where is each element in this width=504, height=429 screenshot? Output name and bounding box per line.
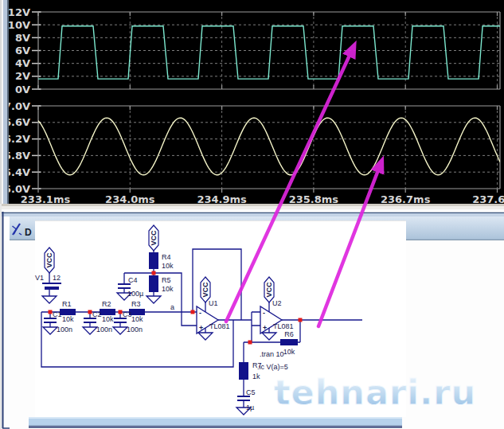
- y-axis-tick-label: 2V: [15, 70, 30, 82]
- svg-text:C3: C3: [123, 310, 132, 318]
- tran-directive[interactable]: .tran 10: [260, 350, 284, 358]
- scope-window-bottom-edge: [0, 204, 504, 206]
- svg-text:C4: C4: [128, 276, 138, 284]
- svg-text:10k: 10k: [162, 285, 174, 293]
- svg-text:1k: 1k: [252, 372, 260, 380]
- y-axis-tick-label: 6V: [15, 45, 30, 57]
- svg-text:VCC: VCC: [265, 282, 273, 298]
- sine-wave-trace: [38, 118, 500, 175]
- x-axis-tick-label: 233.1ms: [21, 193, 71, 204]
- svg-text:10k: 10k: [283, 348, 295, 356]
- y-axis-tick-label: 0V: [15, 84, 30, 96]
- schematic-window[interactable]: D: [0, 204, 504, 429]
- window-title-text: D: [25, 227, 32, 238]
- horizontal-scrollbar[interactable]: [29, 417, 402, 427]
- x-axis-tick-label: 234.9ms: [197, 193, 247, 204]
- svg-text:10k: 10k: [62, 315, 74, 323]
- svg-text:100n: 100n: [57, 326, 72, 333]
- x-axis-tick-label: 237.6ms: [472, 193, 504, 204]
- svg-text:TL081: TL081: [273, 322, 294, 330]
- svg-text:R4: R4: [162, 253, 171, 261]
- svg-text:U1: U1: [209, 299, 218, 307]
- svg-text:C2: C2: [92, 310, 102, 318]
- ic-directive[interactable]: .ic V(a)=5: [257, 363, 288, 371]
- screenshot-root: 12V 10V 8V 6V 4V 2V 0V 7.0V 6.6V 6.2V 5.…: [0, 0, 504, 429]
- x-axis-tick-label: 234.0ms: [105, 193, 155, 204]
- y-axis-tick-label: 12V: [8, 6, 30, 18]
- svg-text:R1: R1: [62, 300, 72, 308]
- svg-text:+: +: [199, 324, 203, 332]
- svg-text:100n: 100n: [127, 326, 143, 333]
- x-axis-tick-label: 235.8ms: [289, 193, 339, 204]
- svg-text:V1: V1: [35, 274, 44, 282]
- window-gap-strip2: [0, 209, 504, 213]
- svg-text:12: 12: [53, 274, 61, 282]
- svg-text:R5: R5: [162, 276, 171, 284]
- svg-text:100µ: 100µ: [127, 290, 143, 298]
- x-axis-tick-label: 236.7ms: [381, 193, 431, 204]
- svg-text:+: +: [263, 324, 267, 332]
- node-label-a: a: [170, 303, 174, 311]
- svg-text:VCC: VCC: [150, 230, 158, 246]
- svg-text:R6: R6: [284, 330, 294, 338]
- svg-text:VCC: VCC: [45, 252, 53, 268]
- svg-text:R3: R3: [131, 300, 141, 308]
- svg-text:-: -: [263, 309, 265, 317]
- y-axis-tick-label: 4V: [15, 57, 30, 69]
- watermark: tehnari.ru: [274, 372, 476, 412]
- outer-left-margin: [0, 204, 2, 429]
- svg-text:10k: 10k: [102, 315, 114, 323]
- svg-text:100n: 100n: [96, 326, 112, 333]
- svg-text:-: -: [199, 309, 201, 317]
- square-wave-trace: [0, 26, 504, 79]
- y-axis-tick-label: 10V: [8, 19, 30, 31]
- waveform-viewer-panel: 12V 10V 8V 6V 4V 2V 0V 7.0V 6.6V 6.2V 5.…: [0, 0, 504, 204]
- svg-text:VCC: VCC: [201, 282, 209, 298]
- svg-text:R2: R2: [102, 300, 111, 308]
- svg-text:C5: C5: [246, 388, 256, 396]
- waveform-plot: 12V 10V 8V 6V 4V 2V 0V 7.0V 6.6V 6.2V 5.…: [0, 0, 504, 204]
- svg-text:U2: U2: [272, 299, 282, 307]
- svg-text:C1: C1: [53, 310, 62, 318]
- y-axis-tick-label: 8V: [15, 32, 30, 44]
- scope-window-left-border: [0, 0, 9, 204]
- svg-text:1µ: 1µ: [246, 404, 254, 411]
- window-gap-strip: [0, 206, 504, 209]
- svg-text:10k: 10k: [162, 262, 174, 270]
- svg-text:TL081: TL081: [209, 322, 230, 330]
- window-top-band: [0, 213, 504, 216]
- svg-text:10k: 10k: [131, 315, 143, 323]
